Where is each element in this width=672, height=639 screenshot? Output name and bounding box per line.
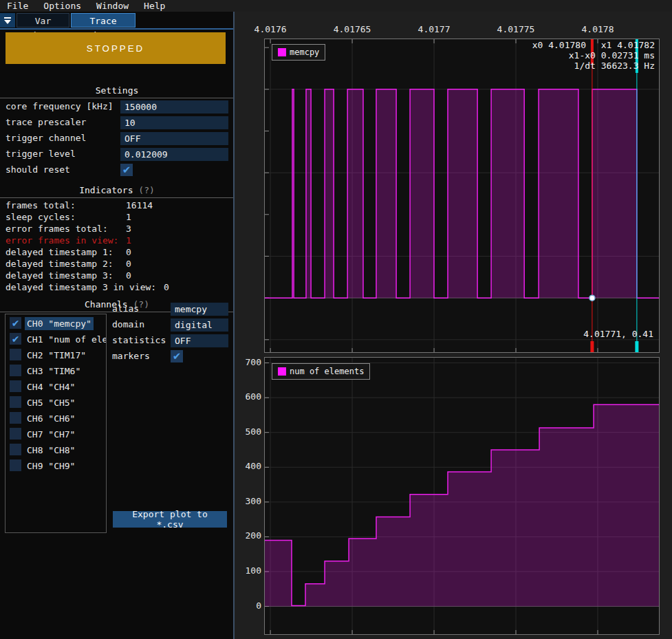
chevron-down-icon (4, 20, 11, 24)
app-window: File Options Window Help Var Viewer Trac… (0, 0, 672, 639)
num-of-elements-svg[interactable] (265, 358, 659, 634)
y-axis-tick-label: 400 (232, 461, 261, 471)
tab-underline (0, 28, 234, 30)
memcpy-waveform (265, 89, 659, 298)
menu-options[interactable]: Options (43, 1, 81, 11)
cursor-x0-handle-bottom[interactable] (590, 341, 594, 352)
cursor-frequency-readout: 1/dt 36623.3 Hz (574, 61, 655, 71)
divider (0, 98, 234, 98)
check-icon: ✔ (12, 318, 20, 329)
hover-marker-dot (589, 295, 595, 301)
indicators-header: Indicators (?) (0, 185, 234, 195)
trigger-level-label: trigger level (6, 149, 76, 159)
x-axis-tick-label: 4.0176 (254, 24, 287, 34)
should-reset-label: should reset (6, 164, 70, 175)
channel-checkbox[interactable]: ✔ (10, 428, 21, 440)
channel-list: ✔CH0 "memcpy" ✔CH1 "num of elem ✔CH2 "TI… (5, 314, 107, 533)
legend-memcpy[interactable]: memcpy (272, 44, 325, 61)
legend-swatch (278, 367, 286, 376)
collapse-icon (4, 17, 11, 19)
channel-checkbox[interactable]: ✔ (10, 459, 21, 471)
channel-row-ch9[interactable]: ✔CH9 "CH9" (6, 458, 106, 474)
channel-checkbox[interactable]: ✔ (10, 444, 21, 455)
legend-label: num of elements (290, 367, 364, 376)
indicator-frames-total: frames total:16114 (0, 200, 234, 212)
legend-num-of-elements[interactable]: num of elements (272, 363, 370, 380)
indicator-delayed-ts3: delayed timestamp 3:0 (0, 270, 234, 282)
channel-row-ch6[interactable]: ✔CH6 "CH6" (6, 411, 106, 426)
channel-row-ch1[interactable]: ✔CH1 "num of elem (6, 332, 106, 347)
x-axis-tick-label: 4.01775 (497, 24, 535, 34)
y-axis-tick-label: 0 (232, 600, 261, 611)
domain-label: domain (112, 319, 144, 329)
num-of-elements-plot[interactable]: num of elements (264, 357, 660, 635)
settings-header: Settings (0, 85, 234, 96)
indicator-error-frames-total: error frames total:3 (0, 224, 234, 235)
memcpy-plot[interactable]: memcpy x0 4.01780 x1 4.01782 x1-x0 0.027… (264, 39, 660, 353)
markers-label: markers (112, 351, 150, 361)
channel-row-ch2[interactable]: ✔CH2 "TIM17" (6, 347, 106, 363)
channel-row-ch4[interactable]: ✔CH4 "CH4" (6, 379, 106, 395)
channel-checkbox[interactable]: ✔ (10, 317, 21, 329)
cursor-x1-readout: x1 4.01782 (601, 40, 655, 50)
channel-checkbox[interactable]: ✔ (10, 349, 21, 360)
trigger-channel-label: trigger channel (6, 133, 86, 143)
trace-prescaler-label: trace prescaler (6, 117, 86, 127)
tab-bar: Var Viewer Trace Viewer (0, 13, 234, 28)
y-axis-tick-label: 700 (232, 357, 261, 367)
cursor-x1-handle-bottom[interactable] (635, 341, 638, 352)
trace-prescaler-input[interactable]: 10 (120, 116, 228, 129)
channel-checkbox[interactable]: ✔ (10, 333, 21, 345)
y-axis-tick-label: 500 (232, 426, 261, 437)
y-axis-tick-label: 300 (232, 496, 261, 506)
indicator-delayed-ts2: delayed timestamp 2:0 (0, 259, 234, 270)
cursor-delta-readout: x1-x0 0.02731 ms (569, 50, 655, 61)
cursor-x0-readout: x0 4.01780 (532, 40, 586, 50)
trigger-channel-select[interactable]: OFF (120, 132, 228, 145)
channel-row-ch0[interactable]: ✔CH0 "memcpy" (6, 316, 106, 332)
core-frequency-input[interactable]: 150000 (120, 100, 228, 113)
legend-swatch (278, 48, 286, 56)
domain-select[interactable]: digital (171, 318, 228, 332)
tab-trace-viewer[interactable]: Trace Viewer (71, 13, 136, 28)
y-axis-tick-label: 200 (232, 530, 261, 541)
y-axis-tick-label: 100 (232, 565, 261, 576)
tab-var-viewer[interactable]: Var Viewer (17, 13, 69, 28)
trigger-level-input[interactable]: 0.012009 (120, 148, 228, 161)
indicator-delayed-ts3-in-view: delayed timestamp 3 in view:0 (0, 282, 234, 294)
x-axis-tick-label: 4.01765 (334, 24, 371, 34)
menu-help[interactable]: Help (144, 1, 165, 11)
indicator-delayed-ts1: delayed timestamp 1:0 (0, 247, 234, 259)
menu-file[interactable]: File (7, 1, 28, 11)
memcpy-waveform-svg[interactable] (265, 39, 659, 352)
channel-checkbox[interactable]: ✔ (10, 365, 21, 376)
core-frequency-label: core frequency [kHz] (6, 101, 113, 111)
indicator-sleep-cycles: sleep cycles:1 (0, 212, 234, 224)
x-axis-tick-label: 4.0177 (418, 24, 451, 34)
markers-checkbox[interactable]: ✔ (171, 350, 183, 362)
help-icon[interactable]: (?) (138, 185, 154, 195)
channel-checkbox[interactable]: ✔ (10, 412, 21, 424)
channel-row-ch7[interactable]: ✔CH7 "CH7" (6, 426, 106, 442)
channel-checkbox[interactable]: ✔ (10, 380, 21, 392)
statistics-select[interactable]: OFF (171, 334, 228, 347)
check-icon: ✔ (173, 350, 182, 362)
alias-input[interactable]: memcpy (171, 303, 228, 316)
should-reset-checkbox[interactable]: ✔ (120, 164, 133, 176)
channel-checkbox[interactable]: ✔ (10, 396, 21, 408)
check-icon: ✔ (122, 164, 131, 176)
channel-row-ch8[interactable]: ✔CH8 "CH8" (6, 442, 106, 458)
menu-window[interactable]: Window (96, 1, 129, 11)
statistics-label: statistics (112, 335, 166, 345)
collapse-panel-button[interactable] (0, 13, 15, 28)
menu-bar: File Options Window Help (0, 0, 672, 12)
status-stopped-button[interactable]: STOPPED (6, 32, 226, 64)
y-axis-tick-label: 600 (232, 391, 261, 402)
panel-splitter[interactable] (233, 12, 235, 639)
channel-row-ch3[interactable]: ✔CH3 "TIM6" (6, 363, 106, 379)
export-csv-button[interactable]: Export plot to *.csv (113, 511, 227, 528)
channel-row-ch5[interactable]: ✔CH5 "CH5" (6, 395, 106, 411)
check-icon: ✔ (12, 334, 20, 345)
indicator-error-frames-in-view: error frames in view:1 (0, 235, 234, 247)
hover-position-readout: 4.01771, 0.41 (583, 329, 653, 339)
